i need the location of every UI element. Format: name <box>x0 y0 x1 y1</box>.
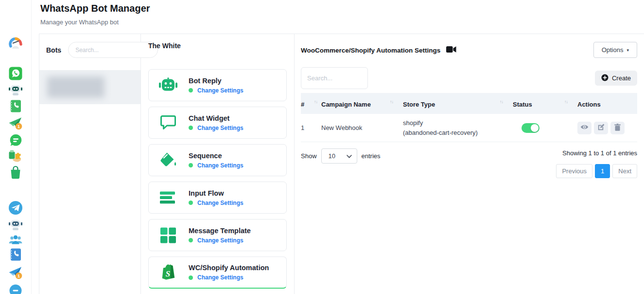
svg-text:1: 1 <box>17 273 20 278</box>
main-content: WhatsApp Bot Manager Manage your WhatsAp… <box>32 0 644 294</box>
column-header-status[interactable]: Status ↑↓ <box>513 99 577 108</box>
feature-card-input-flow[interactable]: Input Flow Change Settings <box>148 182 287 214</box>
automation-column: WooCommerce/Shopify Automation Settings … <box>295 34 644 294</box>
feature-card-bot-reply[interactable]: Bot Reply Change Settings <box>148 69 287 101</box>
column-header-index[interactable]: # ↑↓ <box>301 99 321 108</box>
feature-title: Bot Reply <box>189 77 244 85</box>
video-tutorial-icon[interactable] <box>446 46 456 55</box>
entries-label: entries <box>362 152 381 160</box>
column-header-store-type[interactable]: Store Type ↑↓ <box>403 99 513 108</box>
feature-title: Input Flow <box>189 189 244 197</box>
svg-text:1: 1 <box>17 124 20 129</box>
feature-card-chat-widget[interactable]: Chat Widget Change Settings <box>148 107 287 139</box>
feature-card-wc-shopify-automation[interactable]: S WC/Shopify Automation Change Settings <box>148 257 287 289</box>
next-page-button[interactable]: Next <box>612 164 637 178</box>
feature-title: Chat Widget <box>189 114 244 122</box>
selected-bot-name: The White <box>148 42 287 50</box>
feature-title: Message Template <box>189 227 251 235</box>
integrations-icon[interactable] <box>8 149 23 165</box>
status-dot <box>189 276 193 280</box>
sort-icon[interactable]: ↑↓ <box>314 99 321 104</box>
bot-manager-panel: Bots The White Bot Reply Change Setti <box>39 34 644 294</box>
chat-widget-icon <box>158 114 178 131</box>
whatsapp-broadcast-icon[interactable]: 1 <box>8 116 23 133</box>
current-page-button[interactable]: 1 <box>595 164 610 178</box>
svg-text:S: S <box>166 269 170 278</box>
table-header-row: # ↑↓ Campaign Name ↑↓ Store Type ↑↓ Stat… <box>301 93 637 114</box>
telegram-icon[interactable] <box>8 201 23 217</box>
sort-icon[interactable]: ↑↓ <box>500 99 513 104</box>
whatsapp-chat-icon[interactable] <box>9 134 22 149</box>
actions-cell <box>577 122 637 134</box>
sequence-icon <box>158 152 178 168</box>
status-dot <box>189 163 193 167</box>
sort-icon[interactable]: ↑↓ <box>564 99 577 104</box>
campaign-name-cell: New Webhook <box>321 124 403 131</box>
store-type-cell: shopify (abandoned-cart-recovery) <box>403 118 513 137</box>
whatsapp-icon[interactable] <box>9 67 22 82</box>
bot-reply-icon <box>158 77 178 93</box>
page-size-select[interactable]: 10 <box>321 148 357 164</box>
entries-summary: Showing 1 to 1 of 1 entries <box>556 148 637 157</box>
chevron-down-icon <box>347 152 352 160</box>
shop-icon[interactable] <box>9 165 22 181</box>
telegram-contacts-icon[interactable] <box>9 248 22 263</box>
edit-button[interactable] <box>594 122 608 134</box>
app-icon-rail: 1 1 <box>0 0 32 294</box>
shopify-icon: S <box>158 263 178 282</box>
edit-pencil-icon <box>598 124 605 132</box>
status-cell <box>513 123 577 133</box>
options-button[interactable]: Options ▾ <box>593 42 637 58</box>
feature-title: Sequence <box>189 152 244 160</box>
change-settings-link[interactable]: Change Settings <box>197 274 244 281</box>
chat-icon[interactable] <box>9 284 22 294</box>
previous-page-button[interactable]: Previous <box>556 164 592 178</box>
change-settings-link[interactable]: Change Settings <box>197 237 244 244</box>
trash-icon <box>614 124 621 132</box>
chevron-down-icon: ▾ <box>627 48 629 53</box>
status-dot <box>189 126 193 130</box>
status-toggle-on[interactable] <box>522 123 540 133</box>
campaign-search-input[interactable] <box>301 67 368 89</box>
dashboard-icon[interactable] <box>8 37 23 53</box>
feature-title: WC/Shopify Automation <box>189 264 269 272</box>
sort-icon[interactable]: ↑↓ <box>390 99 403 104</box>
bots-column: Bots <box>39 34 141 294</box>
status-dot <box>189 88 193 92</box>
input-flow-icon <box>158 190 178 205</box>
message-template-icon <box>158 227 178 243</box>
feature-card-sequence[interactable]: Sequence Change Settings <box>148 144 287 176</box>
features-column: The White Bot Reply Change Settings <box>141 34 295 294</box>
telegram-broadcast-icon[interactable]: 1 <box>8 266 23 282</box>
page-subtitle: Manage your WhatsApp bot <box>40 18 119 26</box>
automation-title: WooCommerce/Shopify Automation Settings <box>301 47 440 54</box>
show-label: Show <box>301 152 317 160</box>
status-dot <box>189 238 193 242</box>
view-button[interactable] <box>577 122 592 134</box>
table-row: 1 New Webhook shopify (abandoned-cart-re… <box>301 114 637 142</box>
bot-name-redacted <box>47 76 104 98</box>
row-index-cell: 1 <box>301 124 321 131</box>
eye-icon <box>580 124 589 131</box>
whatsapp-contacts-icon[interactable] <box>9 99 22 115</box>
whatsapp-bot-icon[interactable] <box>8 83 23 99</box>
feature-card-message-template[interactable]: Message Template Change Settings <box>148 219 287 251</box>
column-header-campaign-name[interactable]: Campaign Name ↑↓ <box>321 99 403 108</box>
column-header-actions: Actions <box>577 99 637 108</box>
change-settings-link[interactable]: Change Settings <box>197 162 244 169</box>
pagination: Previous 1 Next <box>556 164 637 178</box>
plus-circle-icon <box>601 74 609 83</box>
bots-label: Bots <box>46 46 61 54</box>
status-dot <box>189 201 193 205</box>
change-settings-link[interactable]: Change Settings <box>197 200 244 206</box>
telegram-bot-icon[interactable] <box>8 218 23 234</box>
change-settings-link[interactable]: Change Settings <box>197 87 244 94</box>
page-title: WhatsApp Bot Manager <box>40 3 150 14</box>
create-button[interactable]: Create <box>595 71 637 86</box>
bot-list-item-selected[interactable] <box>39 70 140 104</box>
change-settings-link[interactable]: Change Settings <box>197 125 244 131</box>
telegram-groups-icon[interactable] <box>8 234 23 248</box>
delete-button[interactable] <box>610 122 625 134</box>
